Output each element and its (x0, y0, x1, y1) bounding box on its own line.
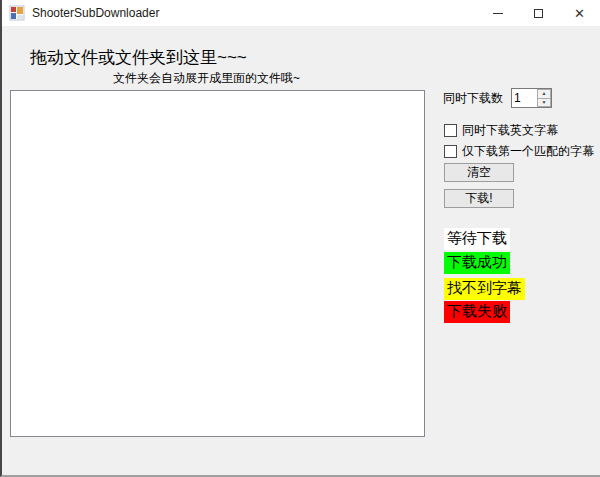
checkbox-english-subs[interactable]: 同时下载英文字幕 (444, 122, 558, 139)
concurrent-downloads-input[interactable] (512, 89, 537, 107)
arrow-up-icon: ▲ (542, 91, 547, 96)
file-drop-listbox[interactable] (10, 90, 425, 437)
close-button[interactable]: ✕ (559, 0, 600, 26)
close-icon: ✕ (574, 7, 585, 20)
caption-buttons: ✕ (477, 0, 600, 26)
stepper-buttons: ▲ ▼ (537, 89, 551, 107)
minimize-icon (493, 13, 503, 14)
concurrent-downloads-row: 同时下载数 ▲ ▼ (443, 88, 552, 108)
drop-hint-subheading: 文件夹会自动展开成里面的文件哦~ (113, 70, 300, 87)
checkbox-first-match[interactable]: 仅下载第一个匹配的字幕 (444, 143, 594, 160)
download-button[interactable]: 下载! (444, 189, 514, 208)
arrow-down-icon: ▼ (542, 100, 547, 105)
app-window: ShooterSubDownloader ✕ 拖动文件或文件夹到这里~~~ 文件… (0, 0, 600, 477)
stepper-up-button[interactable]: ▲ (537, 89, 551, 99)
app-icon (9, 5, 25, 21)
checkbox-english-subs-label: 同时下载英文字幕 (462, 122, 558, 139)
clear-button[interactable]: 清空 (444, 163, 514, 182)
client-area: 拖动文件或文件夹到这里~~~ 文件夹会自动展开成里面的文件哦~ 同时下载数 ▲ … (2, 26, 600, 475)
status-badge-success: 下载成功 (444, 252, 510, 274)
status-badge-waiting: 等待下载 (444, 228, 510, 250)
checkbox-first-match-label: 仅下载第一个匹配的字幕 (462, 143, 594, 160)
title-bar: ShooterSubDownloader ✕ (2, 0, 600, 26)
stepper-down-button[interactable]: ▼ (537, 99, 551, 108)
checkbox-first-match-box[interactable] (444, 145, 457, 158)
status-badge-not-found: 找不到字幕 (444, 278, 525, 300)
maximize-icon (534, 9, 543, 18)
drop-hint-heading: 拖动文件或文件夹到这里~~~ (30, 46, 247, 69)
maximize-button[interactable] (518, 0, 559, 26)
minimize-button[interactable] (477, 0, 518, 26)
concurrent-downloads-stepper[interactable]: ▲ ▼ (511, 88, 552, 108)
status-badge-failed: 下载失败 (444, 301, 510, 323)
window-title: ShooterSubDownloader (32, 6, 159, 20)
concurrent-downloads-label: 同时下载数 (443, 90, 503, 107)
checkbox-english-subs-box[interactable] (444, 124, 457, 137)
